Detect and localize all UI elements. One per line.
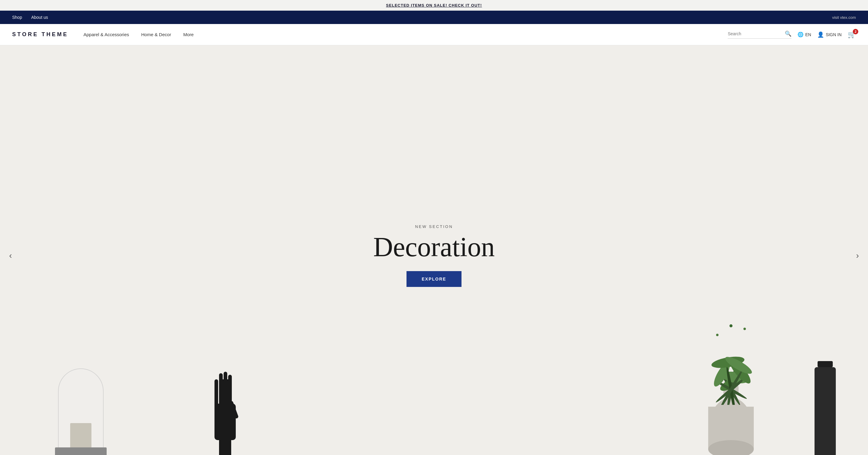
plant-leaves-svg [688,299,774,405]
svg-rect-4 [224,372,227,407]
hero-title: Decoration [373,232,495,262]
vase-svg [707,385,755,455]
search-container[interactable]: 🔍 [727,30,792,39]
announcement-bar: SELECTED ITEMS ON SALE! CHECK IT OUT! [0,0,868,11]
svg-point-10 [708,440,754,455]
carousel-next-button[interactable]: › [853,248,862,264]
svg-rect-0 [219,379,231,455]
about-us-link[interactable]: About us [31,15,48,20]
svg-point-22 [723,354,754,376]
svg-rect-7 [723,385,739,395]
svg-point-18 [711,361,733,389]
sign-in-link[interactable]: 👤 SIGN IN [817,31,842,38]
site-logo[interactable]: STORE THEME [12,31,68,38]
hero-content: NEW SECTION Decoration EXPLORE [373,224,495,287]
svg-point-19 [725,365,737,405]
hand-svg [209,349,242,455]
svg-point-13 [726,368,736,405]
svg-point-20 [711,355,745,370]
svg-point-23 [716,334,718,336]
cart-badge: 2 [853,29,858,34]
hand-sculpture [209,349,242,455]
nav-home-decor[interactable]: Home & Decor [141,32,171,37]
svg-point-14 [721,370,750,385]
svg-point-11 [720,373,741,405]
svg-point-24 [743,328,746,330]
svg-point-15 [715,376,747,403]
candle-object [70,423,91,447]
user-icon: 👤 [817,31,824,38]
chevron-left-icon: ‹ [9,251,12,260]
nav-more[interactable]: More [183,32,193,37]
hero-subtitle: NEW SECTION [373,224,495,229]
bell-jar-decoration [52,350,113,455]
svg-rect-26 [817,361,833,367]
vtex-link[interactable]: visit vtex.com [832,15,856,20]
search-input[interactable] [727,31,782,36]
svg-rect-3 [219,373,223,407]
search-icon: 🔍 [785,31,792,37]
dark-bottle [808,361,842,455]
carousel-prev-button[interactable]: ‹ [6,248,15,264]
vase-with-plant [707,385,755,455]
language-selector[interactable]: 🌐 EN [798,32,811,37]
svg-rect-1 [215,404,236,440]
svg-point-17 [714,379,747,400]
cart-button[interactable]: 🛒 2 [848,31,856,39]
svg-rect-5 [228,375,232,407]
nav-apparel[interactable]: Apparel & Accessories [84,32,129,37]
chevron-right-icon: › [856,251,859,260]
top-nav-left: Shop About us [12,15,48,20]
globe-icon: 🌐 [798,32,804,37]
main-header: STORE THEME Apparel & Accessories Home &… [0,24,868,45]
header-right: 🔍 🌐 EN 👤 SIGN IN 🛒 2 [727,30,856,39]
main-navigation: Apparel & Accessories Home & Decor More [84,32,728,37]
svg-rect-9 [708,407,754,449]
top-nav-right: visit vtex.com [832,14,856,20]
top-nav: Shop About us visit vtex.com [0,11,868,24]
svg-rect-2 [215,379,218,410]
bottle-svg [808,361,842,455]
svg-point-8 [708,398,754,455]
svg-point-21 [718,369,744,405]
svg-point-16 [726,357,753,386]
svg-rect-6 [229,401,239,419]
sign-in-label: SIGN IN [826,32,842,37]
bell-jar-glass [58,368,103,447]
lang-label: EN [805,32,811,37]
svg-point-25 [730,324,733,327]
hero-section: NEW SECTION Decoration EXPLORE ‹ › [0,45,868,455]
svg-point-12 [718,373,743,394]
shop-link[interactable]: Shop [12,15,22,20]
svg-rect-27 [814,367,836,455]
bell-jar-base [55,447,106,455]
explore-button[interactable]: EXPLORE [406,271,462,287]
search-button[interactable]: 🔍 [785,30,792,37]
announcement-link[interactable]: SELECTED ITEMS ON SALE! CHECK IT OUT! [386,3,482,8]
